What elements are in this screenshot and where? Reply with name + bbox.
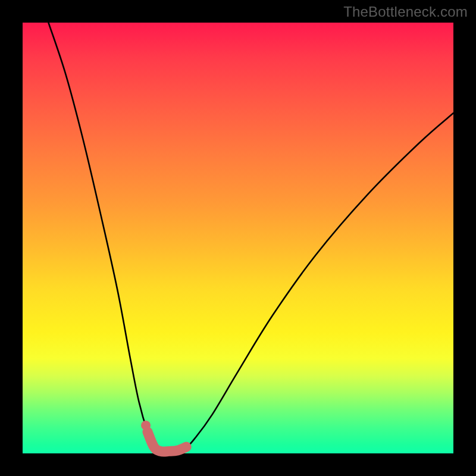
curve-svg [23, 23, 453, 453]
plot-area [23, 23, 453, 453]
watermark-text: TheBottleneck.com [343, 4, 468, 20]
chart-frame: TheBottleneck.com [0, 0, 476, 476]
minimum-highlight [148, 432, 186, 452]
highlight-dot [141, 421, 151, 430]
bottleneck-curve [48, 23, 453, 452]
